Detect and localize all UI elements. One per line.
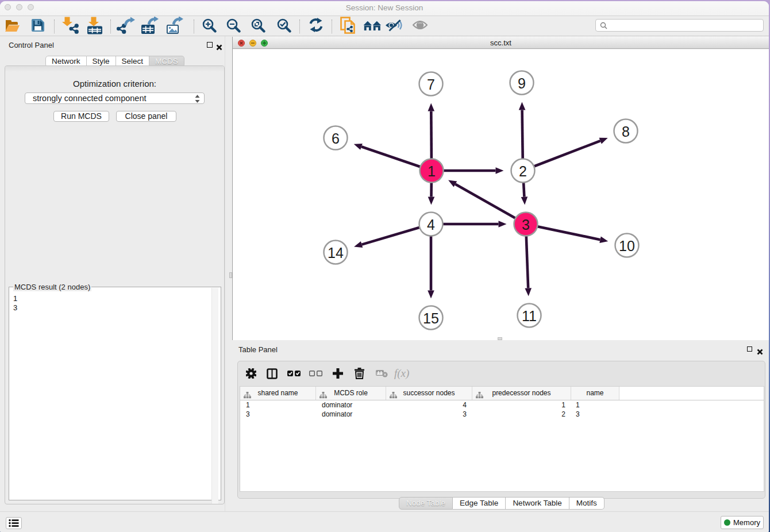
svg-text:7: 7 [427, 76, 435, 92]
svg-text:4: 4 [427, 217, 435, 233]
svg-text:1: 1 [428, 163, 436, 179]
svg-text:6: 6 [332, 130, 340, 147]
svg-text:15: 15 [423, 310, 439, 326]
svg-text:2: 2 [519, 163, 527, 179]
svg-text:10: 10 [619, 238, 635, 254]
svg-text:9: 9 [518, 75, 526, 91]
svg-text:8: 8 [622, 124, 630, 140]
svg-text:14: 14 [328, 245, 344, 261]
svg-text:3: 3 [522, 217, 530, 233]
svg-text:11: 11 [522, 308, 537, 324]
